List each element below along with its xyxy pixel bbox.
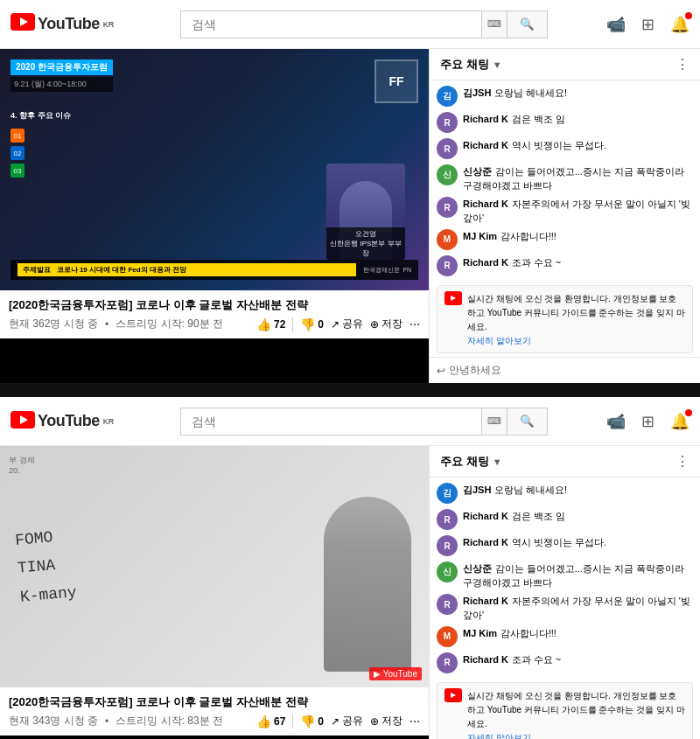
thumb-down-icon-2: 👎 <box>300 715 315 729</box>
chat2-bubble-6: Richard K 조과 수요 ~ <box>463 652 693 666</box>
stream-start-2: 스트리밍 시작: 83분 전 <box>116 714 223 729</box>
chat-avatar-6: R <box>437 255 458 276</box>
stream-start-1: 스트리밍 시작: 90분 전 <box>116 317 223 331</box>
share-button-2[interactable]: ↗ 공유 <box>331 714 363 729</box>
video-bottom-bar: 주제발표 코로나 19 시대에 대한 Fed의 대응과 전망 한국경제신문 FN <box>10 260 418 280</box>
more-icon-2: ⋯ <box>410 715 420 728</box>
like-button-2[interactable]: 👍 67 <box>256 715 285 729</box>
video-camera-icon[interactable]: 📹 <box>606 15 626 34</box>
chat-reply-item-1: ↩ 안녕하세요 <box>437 363 693 378</box>
video-camera-icon-2[interactable]: 📹 <box>606 412 626 431</box>
video-player-2[interactable]: 부 경제20. FOMOTINAK-many ▶ YouTube <box>0 446 429 687</box>
like-count-2: 67 <box>274 715 285 728</box>
yt-logo-icon <box>10 13 35 36</box>
chat-message-0: 김 김JSH 오랑님 헤내세요! <box>437 86 693 107</box>
viewer-count-1: 현재 362명 시청 중 <box>9 317 98 331</box>
video-thumbnail-1: 2020 한국금융투자포럼 9.21 (월) 4:00~18:00 FF 4. … <box>0 49 429 290</box>
chat-notice-link-2[interactable]: 자세히 말아보기 <box>467 732 685 739</box>
chat-dropdown-1[interactable]: ▼ <box>493 59 502 70</box>
header-1: YouTube KR ⌨ 🔍 📹 ⊞ 🔔 <box>0 0 700 49</box>
chat-username-3: 신상준 <box>463 166 492 177</box>
speaker-name: 오건영 신한은행 IPS본부 부부장 <box>326 227 405 260</box>
chat-avatar-3: 신 <box>437 164 458 185</box>
chat-title-2: 주요 채팅 ▼ <box>440 454 502 470</box>
search-button-2[interactable]: 🔍 <box>507 408 548 436</box>
chat2-avatar-0: 김 <box>437 483 458 504</box>
video-area-2: 부 경제20. FOMOTINAK-many ▶ YouTube [2020한국… <box>0 446 429 739</box>
chat2-username-1: Richard K <box>463 511 508 521</box>
main-section-2: 부 경제20. FOMOTINAK-many ▶ YouTube [2020한국… <box>0 446 700 739</box>
grid-icon[interactable]: ⊞ <box>641 15 654 34</box>
yt-logo-text-1: YouTube <box>38 15 100 33</box>
video-title-2: [2020한국금융투자포럼] 코로나 이후 글로벌 자산배분 전략 <box>9 694 420 710</box>
chat-bubble-1: Richard K 검은 백조 임 <box>463 112 693 125</box>
video-player-1[interactable]: 2020 한국금융투자포럼 9.21 (월) 4:00~18:00 FF 4. … <box>0 49 429 290</box>
dislike-button-2[interactable]: 👎 0 <box>300 715 324 729</box>
yt-logo-kr-2: KR <box>103 417 115 426</box>
chat2-message-2: R Richard K 역시 빗쟁이는 무섭다. <box>437 535 693 556</box>
chat-username-5: MJ Kim <box>463 231 497 241</box>
logo-area-1: YouTube KR <box>10 13 150 36</box>
chat2-username-4: Richard K <box>463 596 508 606</box>
notification-dot-2 <box>685 409 692 416</box>
search-input-1[interactable] <box>180 10 481 38</box>
chat-more-icon-2[interactable]: ⋮ <box>676 453 690 470</box>
chat-text-2: 역시 빗쟁이는 무섭다. <box>512 140 606 150</box>
video-meta-2: 현재 343명 시청 중 • 스트리밍 시작: 83분 전 <box>9 714 223 729</box>
media-logos: 한국경제신문 FN <box>363 266 411 275</box>
chat-text-5: 감사합니다!!! <box>500 231 556 241</box>
bell-icon[interactable]: 🔔 <box>670 15 690 34</box>
search-button-1[interactable]: 🔍 <box>507 10 548 38</box>
save-button-2[interactable]: ⊕ 저장 <box>370 714 402 729</box>
chat-username-1: Richard K <box>463 114 508 124</box>
share-label-2: 공유 <box>342 714 363 729</box>
grid-icon-2[interactable]: ⊞ <box>641 412 654 431</box>
search-input-2[interactable] <box>180 408 481 436</box>
dislike-count-1: 0 <box>318 318 324 331</box>
logo-area-2: YouTube KR <box>10 411 150 431</box>
header-icons-2: 📹 ⊞ 🔔 <box>606 412 690 431</box>
chat-username-6: Richard K <box>463 257 508 268</box>
chat-area-2: 주요 채팅 ▼ ⋮ 김 김JSH 오랑님 헤내세요! R Richard K <box>429 446 700 739</box>
chat-bubble-3: 신상준 감이는 들어어겠고...증시는 지금 폭락중이라 구경해야겠고 바쁘다 <box>463 164 693 192</box>
ff-logo: FF <box>374 59 418 103</box>
thumb-down-icon-1: 👎 <box>300 317 315 331</box>
chat-notice-1: 실시간 채팅에 오신 것을 환영합니다. 개인정보를 보호하고 YouTube … <box>437 285 693 353</box>
share-label-1: 공유 <box>342 317 363 331</box>
search-kbd-1: ⌨ <box>481 10 507 38</box>
video-meta-1: 현재 362명 시청 중 • 스트리밍 시작: 90분 전 <box>9 317 223 331</box>
chat2-text-6: 조과 수요 ~ <box>512 654 562 665</box>
more-button-1[interactable]: ⋯ <box>410 318 420 331</box>
chat2-bubble-5: MJ Kim 감사합니다!!! <box>463 626 693 639</box>
chat-notice-link-1[interactable]: 자세히 알아보기 <box>467 335 685 347</box>
chat-bubble-6: Richard K 조과 수요 ~ <box>463 255 693 268</box>
chat2-bubble-2: Richard K 역시 빗쟁이는 무섭다. <box>463 535 693 548</box>
chat-notice-bubble-1: 실시간 채팅에 오신 것을 환영합니다. 개인정보를 보호하고 YouTube … <box>467 291 685 347</box>
chat-text-0: 오랑님 헤내세요! <box>494 87 567 98</box>
video-area-1: 2020 한국금융투자포럼 9.21 (월) 4:00~18:00 FF 4. … <box>0 49 429 383</box>
save-label-1: 저장 <box>382 317 402 331</box>
video-title-1: [2020한국금융투자포럼] 코로나 이후 글로벌 자산배분 전략 <box>9 297 420 313</box>
chat-username-2: Richard K <box>463 140 508 150</box>
save-button-1[interactable]: ⊕ 저장 <box>370 317 402 331</box>
chat-bubble-0: 김JSH 오랑님 헤내세요! <box>463 86 693 100</box>
chat2-message-4: R Richard K 자본주의에서 가장 무서운 말이 아닐지 '빚 갚아' <box>437 594 693 621</box>
dislike-button-1[interactable]: 👎 0 <box>300 317 324 331</box>
video-content: 4. 향후 주요 이슈 01 02 <box>10 110 418 260</box>
chat2-text-1: 검은 백조 임 <box>512 511 565 521</box>
chat2-text-2: 역시 빗쟁이는 무섭다. <box>512 537 606 547</box>
video-actions-2: 👍 67 👎 0 ↗ 공유 ⊕ <box>256 714 420 729</box>
chat-username-0: 김JSH <box>463 87 491 98</box>
yt-logo-icon-2 <box>10 411 35 431</box>
chat-more-icon-1[interactable]: ⋮ <box>676 56 690 73</box>
search-icon-1: 🔍 <box>520 17 535 31</box>
more-button-2[interactable]: ⋯ <box>410 715 420 728</box>
chat-messages-2: 김 김JSH 오랑님 헤내세요! R Richard K 검은 백조 임 R <box>430 478 700 739</box>
bell-icon-2[interactable]: 🔔 <box>670 412 690 431</box>
chat-dropdown-2[interactable]: ▼ <box>493 457 502 467</box>
chat2-avatar-1: R <box>437 509 458 530</box>
chat-messages-1: 김 김JSH 오랑님 헤내세요! R Richard K 검은 백조 임 R <box>430 80 700 357</box>
share-icon-2: ↗ <box>331 715 340 728</box>
like-button-1[interactable]: 👍 72 <box>256 317 285 331</box>
share-button-1[interactable]: ↗ 공유 <box>331 317 363 331</box>
